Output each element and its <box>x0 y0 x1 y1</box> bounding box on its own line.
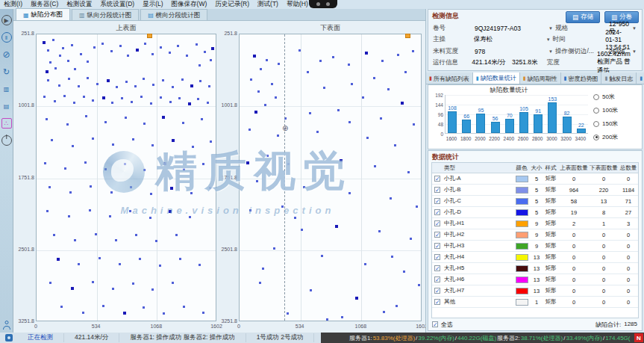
defect-point[interactable] <box>93 46 96 49</box>
defect-point[interactable] <box>188 102 191 105</box>
power-icon[interactable] <box>1 135 12 146</box>
defect-point[interactable] <box>150 102 152 105</box>
refresh-icon[interactable]: ↻ <box>1 67 12 77</box>
row-checkbox[interactable] <box>434 265 440 271</box>
defect-point[interactable] <box>130 186 132 188</box>
defect-point[interactable] <box>115 239 117 241</box>
dropdown-arrow-icon[interactable]: ▼ <box>630 49 639 54</box>
defect-point[interactable] <box>335 225 338 228</box>
bar-3000[interactable] <box>548 102 557 133</box>
defect-point[interactable] <box>57 258 60 261</box>
defect-point[interactable] <box>259 282 261 284</box>
report-icon[interactable]: ▤ <box>1 101 12 111</box>
defect-point[interactable] <box>323 87 325 89</box>
defect-point[interactable] <box>54 100 56 102</box>
defect-point[interactable] <box>80 53 82 55</box>
menu-item-8[interactable]: 帮助(H) <box>287 0 308 9</box>
defect-point[interactable] <box>172 139 175 142</box>
defect-point[interactable] <box>190 192 193 194</box>
defect-point[interactable] <box>139 258 141 260</box>
defect-point[interactable] <box>143 78 145 80</box>
defect-point[interactable] <box>404 71 407 73</box>
menu-item-4[interactable]: 显示(L) <box>143 0 163 9</box>
defect-point[interactable] <box>54 67 57 69</box>
row-checkbox[interactable] <box>434 176 440 182</box>
defect-point[interactable] <box>99 257 101 259</box>
bar-1600[interactable] <box>448 111 457 133</box>
defect-point[interactable] <box>71 44 73 46</box>
defect-point[interactable] <box>332 56 334 58</box>
table-row[interactable]: 小孔-A5矩形000 <box>432 173 638 185</box>
defect-point[interactable] <box>102 305 104 307</box>
defect-point[interactable] <box>199 80 201 82</box>
defect-point[interactable] <box>69 191 72 194</box>
row-checkbox[interactable] <box>434 254 440 260</box>
defect-point[interactable] <box>107 79 110 82</box>
defect-point[interactable] <box>82 312 84 314</box>
defect-point[interactable] <box>383 311 385 313</box>
defect-point[interactable] <box>204 51 206 53</box>
store-button[interactable]: ▤ 存储 <box>566 11 600 23</box>
defect-point[interactable] <box>197 98 199 100</box>
defect-point[interactable] <box>181 78 184 81</box>
defect-point[interactable] <box>90 185 92 188</box>
defect-point[interactable] <box>125 117 127 119</box>
defect-point[interactable] <box>134 85 137 87</box>
defect-point[interactable] <box>341 316 343 318</box>
defect-point[interactable] <box>160 96 162 99</box>
row-checkbox[interactable] <box>434 232 440 238</box>
defect-point[interactable] <box>46 118 48 120</box>
defect-point[interactable] <box>189 216 191 218</box>
defect-point[interactable] <box>246 161 249 164</box>
defect-point[interactable] <box>196 43 198 46</box>
menu-item-2[interactable]: 检测设置 <box>66 0 92 9</box>
menu-item-5[interactable]: 图像保存(W) <box>172 0 207 9</box>
defect-point[interactable] <box>87 77 89 79</box>
defect-point[interactable] <box>378 230 381 232</box>
defect-point[interactable] <box>123 312 126 315</box>
defect-point[interactable] <box>132 138 134 140</box>
defect-point[interactable] <box>273 247 275 250</box>
dropdown-arrow-icon[interactable]: ▼ <box>546 49 555 54</box>
defect-point[interactable] <box>186 55 188 57</box>
defect-point[interactable] <box>144 43 146 45</box>
defect-point[interactable] <box>413 123 415 126</box>
table-row[interactable]: 大孔-H513矩形000 <box>432 263 638 274</box>
defect-point[interactable] <box>78 263 80 265</box>
defect-point[interactable] <box>135 234 137 236</box>
defect-point[interactable] <box>47 49 49 52</box>
defect-point[interactable] <box>68 215 70 217</box>
defect-point[interactable] <box>257 90 260 93</box>
defect-point[interactable] <box>365 52 368 55</box>
defect-point[interactable] <box>159 265 161 267</box>
bar-2800[interactable] <box>534 114 543 133</box>
defect-point[interactable] <box>287 312 289 315</box>
defect-point[interactable] <box>110 50 113 52</box>
defect-point[interactable] <box>116 86 118 88</box>
defect-point[interactable] <box>49 61 51 64</box>
defect-point[interactable] <box>407 171 410 173</box>
defect-point[interactable] <box>152 84 154 86</box>
defect-point[interactable] <box>254 111 257 114</box>
row-checkbox[interactable] <box>434 299 440 305</box>
defect-point[interactable] <box>362 96 364 99</box>
defect-point[interactable] <box>155 240 157 242</box>
defect-point[interactable] <box>143 169 146 171</box>
dropdown-arrow-icon[interactable]: ▼ <box>546 26 555 31</box>
defect-point[interactable] <box>202 163 204 165</box>
defect-point[interactable] <box>169 101 172 103</box>
defect-point[interactable] <box>337 109 340 111</box>
pause-icon[interactable]: ‖ <box>1 32 12 43</box>
defect-point[interactable] <box>192 146 194 148</box>
range-radio-150米[interactable]: 150米 <box>593 120 640 128</box>
defect-point[interactable] <box>74 68 76 70</box>
defect-point[interactable] <box>210 59 212 61</box>
defect-point[interactable] <box>278 63 280 65</box>
defect-point[interactable] <box>162 79 164 81</box>
defect-point[interactable] <box>380 117 382 120</box>
defect-point[interactable] <box>53 234 55 236</box>
defect-point[interactable] <box>175 234 178 236</box>
defect-point[interactable] <box>301 229 303 231</box>
defect-point[interactable] <box>44 162 46 164</box>
defect-point[interactable] <box>151 144 154 146</box>
